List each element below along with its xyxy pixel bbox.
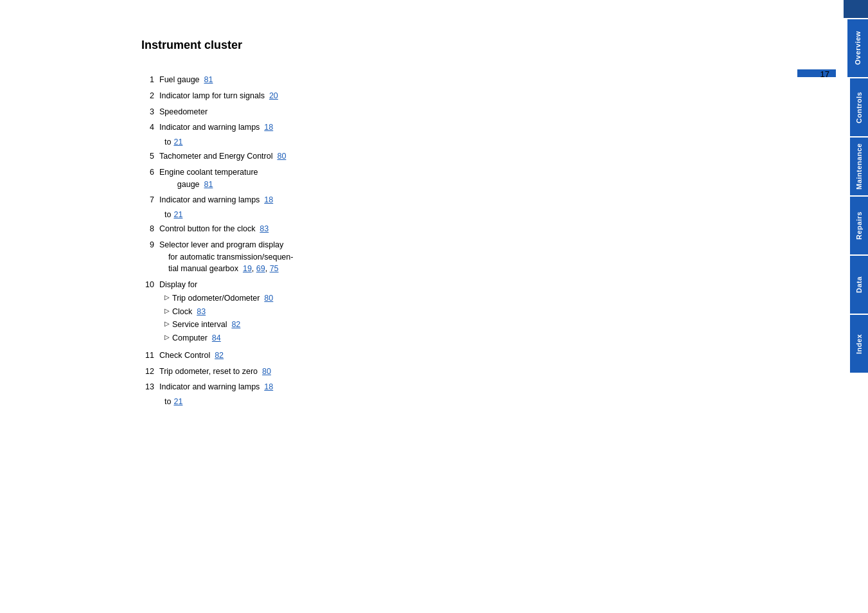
item-text: Selector lever and program display for a… — [159, 239, 293, 275]
main-content: Instrument cluster 1 Fuel gauge 81 2 Ind… — [141, 39, 720, 410]
item-text: Speedometer — [159, 106, 208, 118]
item-link[interactable]: 80 — [262, 367, 271, 376]
sidebar-tab-repairs[interactable]: Repairs — [850, 197, 868, 254]
list-item: 2 Indicator lamp for turn signals 20 — [141, 90, 720, 102]
item-link[interactable]: 21 — [173, 138, 182, 147]
item-number: 5 — [141, 150, 159, 163]
item-number: 2 — [141, 90, 159, 102]
item-text: Indicator and warning lamps 18 — [159, 381, 273, 393]
item-link[interactable]: 82 — [215, 351, 224, 360]
sidebar-tab-label: Index — [855, 333, 863, 353]
item-text: Check Control 82 — [159, 350, 224, 362]
item-link[interactable]: 18 — [264, 123, 273, 132]
item-continuation: to 21 — [141, 210, 720, 219]
sub-list-item: ▷ Service interval 82 — [141, 319, 273, 331]
item-number: 6 — [141, 166, 159, 179]
item-text: Indicator and warning lamps 18 — [159, 194, 273, 206]
sub-list-item: ▷ Clock 83 — [141, 306, 273, 318]
item-link[interactable]: 84 — [212, 333, 221, 342]
sidebar-tab-label: Overview — [854, 31, 862, 66]
sidebar-tab-maintenance[interactable]: Maintenance — [850, 138, 868, 195]
item-number: 13 — [141, 381, 159, 393]
list-item: 3 Speedometer — [141, 106, 720, 118]
sidebar-tab-data[interactable]: Data — [850, 256, 868, 314]
item-number: 9 — [141, 239, 159, 251]
item-number: 8 — [141, 223, 159, 235]
sidebar-tab-index[interactable]: Index — [850, 315, 868, 373]
item-link[interactable]: 18 — [264, 382, 273, 391]
sub-item-text: Clock 83 — [172, 306, 206, 318]
list-item: 4 Indicator and warning lamps 18 — [141, 121, 720, 134]
sidebar-tab-label: Data — [855, 276, 863, 293]
item-text: Trip odometer, reset to zero 80 — [159, 366, 271, 378]
item-number: 7 — [141, 194, 159, 206]
item-link[interactable]: 80 — [277, 152, 286, 161]
list-item: 11 Check Control 82 — [141, 350, 720, 362]
list-item: 8 Control button for the clock 83 — [141, 223, 720, 235]
sidebar-tab-label: Controls — [855, 91, 863, 123]
item-text: Fuel gauge 81 — [159, 74, 213, 86]
item-link[interactable]: 75 — [270, 264, 279, 273]
item-link[interactable]: 80 — [264, 294, 273, 303]
item-link[interactable]: 21 — [173, 210, 182, 219]
item-link[interactable]: 83 — [260, 224, 269, 233]
item-number: 11 — [141, 350, 159, 362]
item-continuation: to 21 — [141, 138, 720, 147]
sidebar-tab-overview[interactable]: Overview — [847, 19, 868, 77]
item-link[interactable]: 81 — [204, 75, 213, 84]
item-number: 3 — [141, 106, 159, 118]
page-number: 17 — [820, 69, 829, 79]
item-text: Indicator lamp for turn signals 20 — [159, 90, 278, 102]
item-list: 1 Fuel gauge 81 2 Indicator lamp for tur… — [141, 74, 720, 406]
item-link[interactable]: 18 — [264, 195, 273, 204]
list-item: 12 Trip odometer, reset to zero 80 — [141, 366, 720, 378]
item-number: 1 — [141, 74, 159, 86]
sidebar: Overview Controls Maintenance Repairs Da… — [844, 0, 868, 613]
item-link[interactable]: 21 — [173, 397, 182, 406]
item-text: Control button for the clock 83 — [159, 223, 269, 235]
item-number: 4 — [141, 121, 159, 134]
list-item: 13 Indicator and warning lamps 18 — [141, 381, 720, 393]
item-text: Tachometer and Energy Control 80 — [159, 150, 286, 163]
sub-item-text: Service interval 82 — [172, 319, 240, 331]
sub-list: ▷ Trip odometer/Odometer 80 ▷ Clock 83 ▷… — [141, 292, 273, 346]
item-number: 10 — [141, 279, 159, 291]
sidebar-tab-label: Maintenance — [855, 143, 863, 190]
item-link[interactable]: 69 — [256, 264, 265, 273]
blue-bar-decoration — [797, 69, 836, 77]
section-title: Instrument cluster — [141, 39, 242, 52]
sidebar-tab-label: Repairs — [855, 211, 863, 240]
list-item: 7 Indicator and warning lamps 18 — [141, 194, 720, 206]
page-header: Instrument cluster — [141, 39, 720, 64]
triangle-icon: ▷ — [164, 332, 170, 342]
list-item: 10 Display for ▷ Trip odometer/Odometer … — [141, 279, 720, 346]
item-text: Display for — [159, 279, 197, 291]
item-continuation: to 21 — [141, 397, 720, 406]
sub-list-item: ▷ Computer 84 — [141, 332, 273, 344]
item-link[interactable]: 20 — [269, 91, 278, 100]
list-item: 9 Selector lever and program display for… — [141, 239, 720, 275]
item-link[interactable]: 83 — [197, 307, 206, 316]
item-text: Indicator and warning lamps 18 — [159, 121, 273, 134]
triangle-icon: ▷ — [164, 319, 170, 328]
list-item: 5 Tachometer and Energy Control 80 — [141, 150, 720, 163]
sidebar-top-bar — [844, 0, 868, 18]
item-number: 12 — [141, 366, 159, 378]
item-link[interactable]: 19 — [243, 264, 252, 273]
list-item: 6 Engine coolant temperature gauge 81 — [141, 166, 720, 191]
item-text: Engine coolant temperature gauge 81 — [159, 166, 258, 191]
triangle-icon: ▷ — [164, 306, 170, 315]
list-item: 1 Fuel gauge 81 — [141, 74, 720, 86]
item-link[interactable]: 82 — [231, 320, 240, 329]
page-container: Instrument cluster 1 Fuel gauge 81 2 Ind… — [0, 0, 868, 613]
triangle-icon: ▷ — [164, 292, 170, 302]
sub-list-item: ▷ Trip odometer/Odometer 80 — [141, 292, 273, 305]
sub-item-text: Computer 84 — [172, 332, 221, 344]
sidebar-tab-controls[interactable]: Controls — [850, 78, 868, 136]
item-link[interactable]: 81 — [204, 180, 213, 189]
sub-item-text: Trip odometer/Odometer 80 — [172, 292, 273, 305]
